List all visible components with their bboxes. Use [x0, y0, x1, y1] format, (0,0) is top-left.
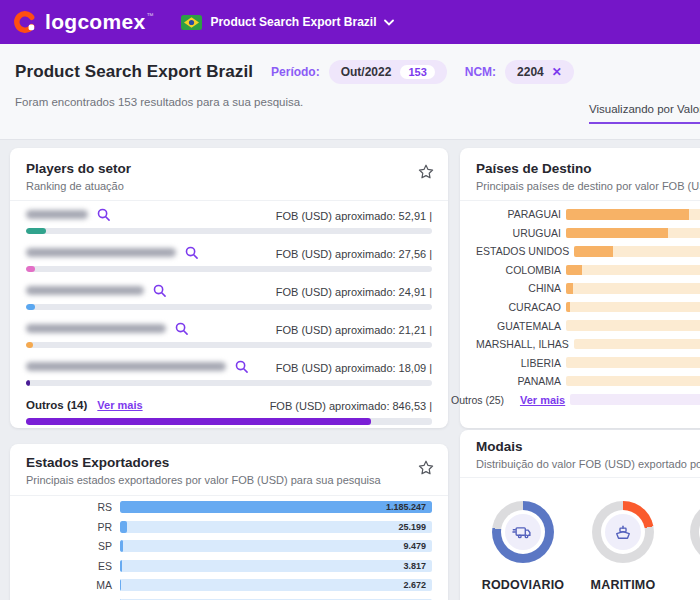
country-label: COLOMBIA [476, 264, 566, 276]
chevron-down-icon [384, 19, 394, 26]
country-row: CHINA [476, 279, 700, 298]
player-bar [26, 228, 432, 234]
state-bar: 2.672 [120, 579, 432, 591]
favorite-star-icon[interactable] [417, 163, 435, 181]
state-value: 3.817 [403, 560, 426, 572]
ship-icon [605, 514, 641, 550]
card-modais: Modais Distribuição do valor FOB (USD) e… [460, 430, 700, 600]
country-label: CHINA [476, 282, 566, 294]
modal-label-rodoviario: RODOVIARIO [468, 578, 578, 592]
country-row: GUATEMALA [476, 316, 700, 335]
estados-title: Estados Exportadores [26, 454, 432, 471]
player-row: FOB (USD) aproximado: 24,91| [26, 282, 432, 310]
page-title: Product Search Export Brazil [15, 62, 253, 82]
logcomex-logo: logcomex ™ [14, 10, 153, 34]
player-name-redacted [26, 248, 176, 257]
estados-subtitle: Principais estados exportadores por valo… [26, 474, 432, 487]
outros-bar [26, 418, 432, 425]
modal-label-maritimo: MARITIMO [568, 578, 678, 592]
tab-visualizando[interactable]: Visualizando por Valor FOB [589, 103, 700, 124]
player-name-redacted [26, 210, 88, 219]
modais-title: Modais [476, 438, 700, 455]
country-bar [566, 320, 700, 331]
periodo-value: Out/2022 [341, 65, 392, 79]
player-fob-value: FOB (USD) aproximado: 21,21 [276, 324, 426, 336]
state-bar: 9.479 [120, 540, 432, 552]
player-row-outros: Outros (14) Ver mais FOB (USD) aproximad… [26, 396, 432, 425]
country-outros-label: Outros (25) Ver mais [451, 394, 570, 406]
player-bar [26, 380, 432, 386]
player-bar [26, 342, 432, 348]
state-row: ES3.817 [26, 560, 432, 572]
country-row: MARSHALL, ILHAS [476, 335, 700, 354]
player-bar [26, 266, 432, 272]
modais-subtitle: Distribuição do valor FOB (USD) exportad… [476, 458, 700, 471]
player-row: FOB (USD) aproximado: 52,91| [26, 206, 432, 234]
state-bar: 1.185.247 [120, 501, 432, 513]
state-value: 25.199 [398, 521, 426, 533]
country-bar [566, 228, 700, 239]
country-label: URUGUAI [476, 227, 566, 239]
search-icon[interactable] [175, 322, 188, 335]
donut-aereo-clipped [690, 501, 700, 563]
state-label: SP [26, 540, 120, 552]
country-label: ESTADOS UNIDOS [476, 245, 574, 257]
search-icon[interactable] [97, 208, 110, 221]
page-header-bar: Product Search Export Brazil Período: Ou… [0, 44, 700, 140]
clipped-text: | [429, 324, 432, 336]
player-fob-value: FOB (USD) aproximado: 24,91 [276, 286, 426, 298]
state-label: MA [26, 579, 120, 591]
favorite-star-icon[interactable] [417, 459, 435, 477]
state-label: RS [26, 501, 120, 513]
country-label: PANAMA [476, 375, 566, 387]
search-icon[interactable] [235, 360, 248, 373]
ver-mais-link[interactable]: Ver mais [97, 399, 142, 411]
brazil-flag-icon [181, 15, 202, 30]
country-bar [566, 283, 700, 294]
country-label: CURACAO [476, 301, 566, 313]
search-icon[interactable] [185, 246, 198, 259]
ver-mais-link[interactable]: Ver mais [520, 394, 565, 406]
divider [460, 477, 700, 478]
state-label: ES [26, 560, 120, 572]
country-row: COLOMBIA [476, 261, 700, 280]
app-header: logcomex ™ Product Search Export Brazil [0, 0, 700, 44]
card-estados-exportadores: Estados Exportadores Principais estados … [10, 444, 448, 600]
ncm-chip[interactable]: 2204 ✕ [505, 60, 574, 84]
country-row: LIBERIA [476, 353, 700, 372]
country-bar [566, 302, 700, 313]
player-row: FOB (USD) aproximado: 21,21| [26, 320, 432, 348]
state-row: RS1.185.247 [26, 501, 432, 513]
clipped-text: | [429, 210, 432, 222]
player-name-redacted [26, 324, 166, 333]
country-row: CURACAO [476, 298, 700, 317]
player-row: FOB (USD) aproximado: 27,56| [26, 244, 432, 272]
ncm-value: 2204 [517, 65, 544, 79]
ncm-label: NCM: [465, 65, 496, 79]
country-label: LIBERIA [476, 357, 566, 369]
state-row: PR25.199 [26, 521, 432, 533]
ncm-remove-icon[interactable]: ✕ [552, 65, 562, 79]
country-row: PARAGUAI [476, 205, 700, 224]
player-bar [26, 304, 432, 310]
workspace-label: Product Search Export Brazil [210, 15, 376, 29]
search-icon[interactable] [153, 284, 166, 297]
card-players-do-setor: Players do setor Ranking de atuação FOB … [10, 148, 448, 428]
paises-title: Países de Destino [476, 160, 700, 177]
state-value: 2.672 [403, 579, 426, 591]
state-value: 9.479 [403, 540, 426, 552]
player-fob-value: FOB (USD) aproximado: 52,91 [276, 210, 426, 222]
country-row: URUGUAI [476, 224, 700, 243]
country-bar [566, 357, 700, 368]
state-bar: 25.199 [120, 521, 432, 533]
workspace-selector[interactable]: Product Search Export Brazil [181, 15, 394, 30]
player-row: FOB (USD) aproximado: 18,09| [26, 358, 432, 386]
logo-text: logcomex [45, 10, 145, 34]
players-subtitle: Ranking de atuação [26, 180, 432, 193]
country-row: ESTADOS UNIDOS [476, 242, 700, 261]
players-title: Players do setor [26, 160, 432, 177]
periodo-chip[interactable]: Out/2022 153 [329, 60, 447, 84]
country-bar [566, 265, 700, 276]
logo-trademark: ™ [146, 12, 153, 19]
clipped-text: | [429, 400, 432, 412]
